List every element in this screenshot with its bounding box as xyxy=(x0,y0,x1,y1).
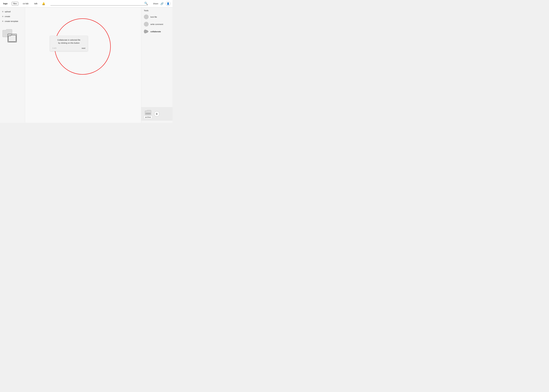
lock-file-icon xyxy=(144,14,148,19)
logo: logo xyxy=(2,2,9,5)
archive-button[interactable]: archive xyxy=(144,109,152,119)
sidebar-upload-label: upload xyxy=(5,10,11,13)
search-input[interactable] xyxy=(50,2,144,5)
tools-panel: Tools lock file write comment collaborat… xyxy=(141,7,173,123)
archive-icon xyxy=(145,109,152,115)
lock-file-label: lock file xyxy=(150,16,157,18)
tooltip-next-button[interactable]: next xyxy=(82,47,85,49)
collaborate-icon xyxy=(144,29,148,34)
nav-right: Share 🔗 👤 xyxy=(153,1,170,6)
tooltip-line2: by clicking on this button xyxy=(52,42,85,45)
tooltip-counter: 2 of 6 xyxy=(52,47,56,49)
tooltip-text: Collaborate in selected file by clicking… xyxy=(52,39,85,44)
tools-bottom: archive 🗑 xyxy=(141,107,173,121)
create-template-dot xyxy=(2,21,3,22)
bell-icon[interactable]: 🔔 xyxy=(42,2,45,5)
tooltip-footer: 2 of 6 next xyxy=(52,47,85,49)
folder-group xyxy=(0,27,25,45)
sidebar-create-template-label: create template xyxy=(5,20,18,22)
tool-write-comment[interactable]: write comment xyxy=(141,21,173,28)
search-area: 🔍 xyxy=(50,2,148,6)
share-button[interactable]: Share xyxy=(153,2,158,5)
link-icon[interactable]: 🔗 xyxy=(160,2,164,5)
sidebar-item-create[interactable]: create xyxy=(0,14,25,19)
write-comment-label: write comment xyxy=(150,23,163,25)
delete-button[interactable]: 🗑 xyxy=(154,111,159,117)
tab-talk[interactable]: talk xyxy=(33,2,39,5)
upload-dot xyxy=(2,11,3,12)
create-dot xyxy=(2,16,3,17)
write-comment-icon xyxy=(144,22,148,27)
tools-title: Tools xyxy=(141,9,173,13)
tooltip-line1: Collaborate in selected file xyxy=(52,39,85,42)
main-content: Collaborate in selected file by clicking… xyxy=(25,7,141,123)
layout: upload create create template xyxy=(0,7,173,123)
search-icon[interactable]: 🔍 xyxy=(144,2,148,5)
top-nav: logo files co-lab talk 🔔 🔍 Share 🔗 👤 xyxy=(0,0,173,7)
svg-rect-0 xyxy=(146,113,151,114)
tab-colab[interactable]: co-lab xyxy=(21,2,30,5)
collaborate-label: collaborate xyxy=(150,30,161,33)
tool-collaborate[interactable]: collaborate xyxy=(141,28,173,35)
sidebar-create-label: create xyxy=(5,15,10,18)
sidebar-item-upload[interactable]: upload xyxy=(0,9,25,14)
tooltip-card: Collaborate in selected file by clicking… xyxy=(50,36,88,51)
tool-lock-file[interactable]: lock file xyxy=(141,13,173,21)
sidebar-item-create-template[interactable]: create template xyxy=(0,19,25,23)
sidebar: upload create create template xyxy=(0,7,25,123)
avatar[interactable]: 👤 xyxy=(166,1,170,6)
archive-label: archive xyxy=(144,116,152,119)
folder-front-icon xyxy=(7,34,17,42)
tab-files[interactable]: files xyxy=(12,2,18,6)
